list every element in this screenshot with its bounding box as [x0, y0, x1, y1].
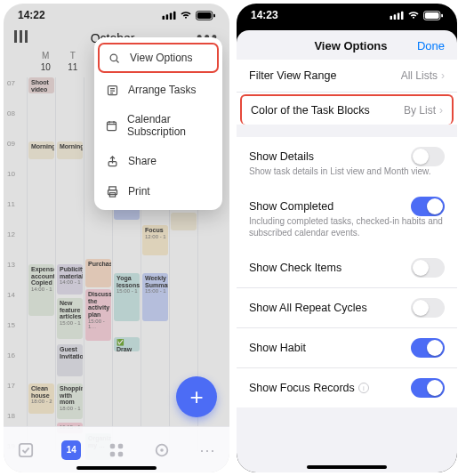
menu-item-calendar-subscription[interactable]: Calendar Subscription: [94, 105, 222, 146]
nav-more-icon[interactable]: ⋯: [197, 440, 218, 461]
event-title: Shoot video: [31, 79, 52, 93]
calendar-event[interactable]: Shopping with mom18:00 - 1: [57, 383, 83, 419]
cellular-icon: [162, 11, 176, 20]
hour-label: 09: [4, 140, 25, 170]
event-title: Morning: [31, 143, 52, 150]
grid-toggle-icon[interactable]: [14, 30, 28, 45]
toggle-row-show-check-items[interactable]: Show Check Items: [237, 248, 457, 288]
calendar-event[interactable]: [171, 213, 197, 230]
hour-label: 16: [4, 351, 25, 382]
row-label: Show Habit: [249, 342, 306, 354]
event-title: Expense accounting Copied: [31, 266, 52, 286]
toggle-row-show-focus-records[interactable]: Show Focus Recordsi: [237, 368, 457, 407]
event-title: Weekly Summary: [145, 275, 166, 288]
calendar-event[interactable]: Discuss the activity plan15:00 - 1…: [85, 289, 111, 341]
calendar-event[interactable]: Expense accounting Copied14:00 - 1: [28, 264, 54, 316]
calendar-event[interactable]: Focus12:00 - 1: [142, 225, 168, 255]
toggle-switch[interactable]: [411, 298, 445, 318]
svg-rect-17: [20, 443, 32, 456]
menu-item-arrange-tasks[interactable]: Arrange Tasks: [94, 75, 222, 105]
hour-column: 07080910111213141516171819: [4, 77, 25, 451]
battery-icon: [196, 11, 215, 20]
done-button[interactable]: Done: [417, 39, 445, 52]
status-time: 14:22: [18, 9, 45, 21]
calendar-event[interactable]: Yoga lessons15:00 - 1: [114, 273, 140, 321]
row-subtitle: Show task details in List view and Month…: [237, 165, 457, 187]
hour-label: 13: [4, 261, 25, 291]
nav-tasks-icon[interactable]: [15, 440, 36, 461]
nav-focus-icon[interactable]: [151, 440, 173, 461]
svg-rect-18: [110, 443, 115, 448]
calendar-event[interactable]: Shoot video: [28, 77, 54, 93]
event-title: Focus: [145, 227, 166, 234]
status-icons: [390, 11, 443, 20]
menu-item-share[interactable]: Share: [94, 146, 222, 176]
status-bar: 14:22: [4, 4, 229, 23]
svg-rect-26: [398, 13, 400, 20]
event-time: 15:00 - 1: [60, 320, 81, 327]
nav-matrix-icon[interactable]: [106, 440, 127, 461]
date-cell[interactable]: 10: [32, 62, 60, 72]
toggle-row-show-habit[interactable]: Show Habit: [237, 328, 457, 368]
event-time: 15:00 - 1: [116, 288, 138, 294]
svg-rect-5: [197, 12, 212, 18]
event-title: Yoga lessons: [116, 275, 138, 288]
view-options-screen: 14:23 View Options Done Filter View Rang…: [237, 4, 457, 472]
svg-rect-8: [20, 30, 22, 43]
toggle-switch[interactable]: [411, 147, 445, 166]
weekday-cell: T: [60, 51, 87, 61]
svg-rect-6: [213, 13, 215, 17]
row-label: Show Completed: [249, 200, 333, 213]
calendar-screen: 14:22 October ••• MTWTFSS 10111213141516…: [4, 4, 229, 472]
toggle-switch[interactable]: [411, 338, 445, 358]
svg-rect-27: [401, 12, 404, 20]
svg-rect-7: [14, 30, 17, 43]
calendar-event[interactable]: Publicity materials14:00 - 1: [57, 264, 83, 294]
event-time: 15:00 - 1: [145, 288, 166, 294]
date-cell[interactable]: 11: [60, 62, 87, 72]
calendar-event[interactable]: Morning: [57, 141, 83, 159]
nav-calendar-date: 14: [61, 440, 81, 460]
nav-calendar-icon[interactable]: 14: [60, 440, 82, 461]
svg-rect-24: [390, 16, 393, 20]
event-time: 14:00 - 1: [31, 286, 52, 293]
toggle-row-show-all-repeat-cycles[interactable]: Show All Repeat Cycles: [237, 288, 457, 328]
toggle-group: Show DetailsShow task details in List vi…: [237, 137, 457, 407]
row-subtitle: Including completed tasks, checked-in ha…: [237, 215, 457, 248]
toggle-switch[interactable]: [411, 258, 445, 278]
calendar-event[interactable]: Clean house18:00 - 2: [28, 383, 54, 414]
row-label: Show All Repeat Cycles: [249, 302, 367, 314]
toggle-switch[interactable]: [411, 197, 445, 216]
svg-rect-9: [25, 30, 28, 43]
event-time: 12:00 - 1: [145, 234, 166, 240]
sheet-title: View Options: [285, 39, 417, 52]
svg-rect-1: [166, 14, 169, 20]
calendar-event[interactable]: Guest Invitation: [57, 344, 83, 376]
info-icon[interactable]: i: [358, 383, 369, 393]
hour-label: 10: [4, 170, 25, 200]
toggle-switch[interactable]: [411, 378, 445, 398]
svg-rect-3: [173, 12, 176, 20]
calendar-more-menu: View OptionsArrange TasksCalendar Subscr…: [94, 37, 222, 210]
calendar-event[interactable]: New feature articles15:00 - 1: [57, 298, 83, 339]
menu-item-view-options[interactable]: View Options: [98, 43, 219, 73]
chevron-right-icon: ›: [441, 69, 445, 82]
menu-item-label: Calendar Subscription: [127, 113, 212, 138]
filter-view-range-row[interactable]: Filter View Range All Lists ›: [237, 60, 457, 93]
color-task-blocks-row[interactable]: Color of the Task Blocks By List ›: [240, 94, 454, 125]
home-indicator: [307, 465, 387, 469]
event-title: Shopping with mom: [60, 385, 81, 406]
sheet-header: View Options Done: [237, 30, 457, 60]
svg-point-10: [110, 54, 117, 61]
svg-rect-20: [110, 451, 115, 456]
event-title: Guest Invitation: [60, 346, 81, 359]
calendar-event[interactable]: ✅ Draw: [114, 337, 140, 351]
calendar-event[interactable]: Purchasing: [85, 259, 111, 287]
row-value: By List ›: [404, 104, 443, 117]
calendar-event[interactable]: Morning: [28, 141, 54, 159]
menu-item-print[interactable]: Print: [94, 176, 222, 206]
svg-rect-19: [118, 443, 123, 448]
add-button[interactable]: +: [176, 376, 217, 417]
calendar-event[interactable]: Weekly Summary15:00 - 1: [142, 273, 168, 321]
hour-label: 08: [4, 109, 25, 140]
